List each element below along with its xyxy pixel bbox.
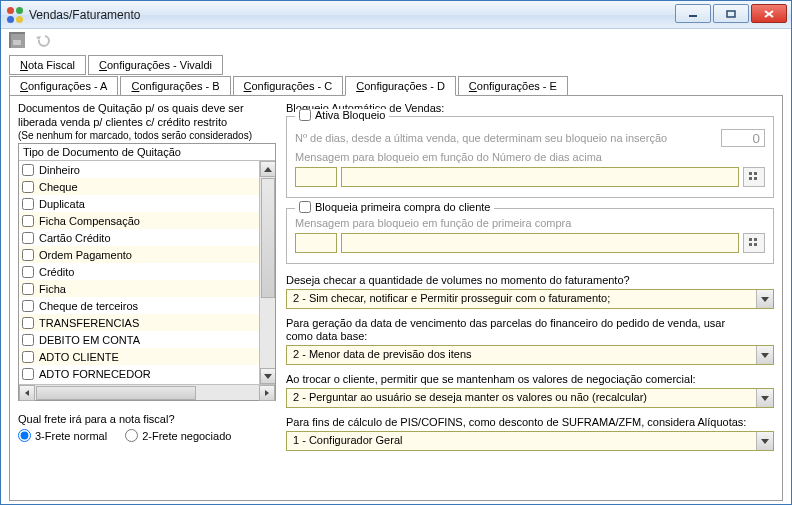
lookup-msg-primeira-button[interactable] <box>743 233 765 253</box>
svg-rect-12 <box>754 238 757 241</box>
input-num-dias[interactable] <box>721 129 765 147</box>
chevron-down-icon[interactable] <box>756 290 773 308</box>
svg-rect-14 <box>754 243 757 246</box>
q-pis: Para fins de cálculo de PIS/COFINS, como… <box>286 416 774 428</box>
list-item-label: Duplicata <box>39 198 85 210</box>
list-item-checkbox[interactable] <box>22 266 34 278</box>
combo-trocar[interactable]: 2 - Perguntar ao usuário se deseja mante… <box>286 388 774 408</box>
list-item[interactable]: ADTO CLIENTE <box>19 348 259 365</box>
doc-quitacao-list-header[interactable]: Tipo de Documento de Quitação <box>19 144 275 161</box>
list-item[interactable]: Ordem Pagamento <box>19 246 259 263</box>
radio-frete-negociado-label: 2-Frete negociado <box>142 430 231 442</box>
radio-frete-negociado-input[interactable] <box>125 429 138 442</box>
list-item[interactable]: Duplicata <box>19 195 259 212</box>
list-item[interactable]: Dinheiro <box>19 161 259 178</box>
list-item[interactable]: Cheque de terceiros <box>19 297 259 314</box>
radio-frete-normal[interactable]: 3-Frete normal <box>18 429 107 442</box>
save-icon[interactable] <box>9 32 25 48</box>
input-msg-primeira-text[interactable] <box>341 233 739 253</box>
combo-pis[interactable]: 1 - Configurador Geral <box>286 431 774 451</box>
svg-rect-1 <box>727 11 735 17</box>
hscroll-thumb[interactable] <box>36 386 196 400</box>
tab-config-c[interactable]: Configurações - C <box>233 76 344 96</box>
list-item-label: Cheque <box>39 181 78 193</box>
svg-rect-7 <box>749 172 752 175</box>
list-item-label: Ordem Pagamento <box>39 249 132 261</box>
list-item-checkbox[interactable] <box>22 232 34 244</box>
list-item-checkbox[interactable] <box>22 181 34 193</box>
chevron-down-icon[interactable] <box>756 389 773 407</box>
combo-volumes[interactable]: 2 - Sim checar, notificar e Permitir pro… <box>286 289 774 309</box>
quitacao-heading-2: liberada venda p/ clientes c/ crédito re… <box>18 116 276 128</box>
list-vscrollbar[interactable] <box>259 161 275 384</box>
chevron-down-icon[interactable] <box>756 432 773 450</box>
list-item-checkbox[interactable] <box>22 164 34 176</box>
list-item-checkbox[interactable] <box>22 368 34 380</box>
list-item[interactable]: Cheque <box>19 178 259 195</box>
list-item[interactable]: Cartão Crédito <box>19 229 259 246</box>
svg-marker-6 <box>265 390 269 396</box>
list-item-checkbox[interactable] <box>22 334 34 346</box>
app-icon <box>7 7 23 23</box>
list-item[interactable]: DEBITO EM CONTA <box>19 331 259 348</box>
svg-rect-10 <box>754 177 757 180</box>
list-hscrollbar[interactable] <box>19 384 275 400</box>
scroll-down-icon[interactable] <box>260 368 275 384</box>
input-msg-dias-code[interactable] <box>295 167 337 187</box>
doc-quitacao-list[interactable]: Tipo de Documento de Quitação DinheiroCh… <box>18 143 276 401</box>
list-item-label: Ficha Compensação <box>39 215 140 227</box>
list-item-label: ADTO FORNECEDOR <box>39 368 151 380</box>
tab-row-2: Configurações - A Configurações - B Conf… <box>9 76 783 96</box>
list-item-checkbox[interactable] <box>22 300 34 312</box>
list-item-checkbox[interactable] <box>22 283 34 295</box>
chevron-down-icon[interactable] <box>756 346 773 364</box>
minimize-button[interactable] <box>675 4 711 23</box>
tab-config-e[interactable]: Configurações - E <box>458 76 568 96</box>
tab-nota-fiscal[interactable]: Nota Fiscal <box>9 55 86 75</box>
scroll-left-icon[interactable] <box>19 385 35 401</box>
frete-question: Qual frete irá para a nota fiscal? <box>18 413 276 425</box>
input-msg-dias-text[interactable] <box>341 167 739 187</box>
tab-config-a[interactable]: Configurações - A <box>9 76 118 96</box>
list-item-checkbox[interactable] <box>22 215 34 227</box>
list-item-label: DEBITO EM CONTA <box>39 334 140 346</box>
list-item-checkbox[interactable] <box>22 317 34 329</box>
checkbox-ativa-bloqueio[interactable] <box>299 109 311 121</box>
label-num-dias: Nº de dias, desde a última venda, que de… <box>295 132 715 144</box>
tab-config-vivaldi[interactable]: Configurações - Vivaldi <box>88 55 223 75</box>
list-item-checkbox[interactable] <box>22 249 34 261</box>
list-item[interactable]: TRANSFERENCIAS <box>19 314 259 331</box>
list-item[interactable]: Ficha Compensação <box>19 212 259 229</box>
titlebar[interactable]: Vendas/Faturamento <box>1 1 791 29</box>
svg-rect-8 <box>754 172 757 175</box>
lookup-msg-dias-button[interactable] <box>743 167 765 187</box>
label-ativa-bloqueio: Ativa Bloqueio <box>315 109 385 121</box>
list-item-checkbox[interactable] <box>22 351 34 363</box>
maximize-button[interactable] <box>713 4 749 23</box>
scroll-thumb[interactable] <box>261 178 275 298</box>
scroll-up-icon[interactable] <box>260 161 275 177</box>
q-vencimento-2: como data base: <box>286 330 774 342</box>
radio-frete-negociado[interactable]: 2-Frete negociado <box>125 429 231 442</box>
checkbox-bloqueia-primeira[interactable] <box>299 201 311 213</box>
label-msg-dias: Mensagem para bloqueio em função do Núme… <box>295 151 765 163</box>
window-frame: Vendas/Faturamento Nota Fiscal Configura… <box>0 0 792 505</box>
close-button[interactable] <box>751 4 787 23</box>
scroll-right-icon[interactable] <box>259 385 275 401</box>
svg-marker-4 <box>36 36 41 40</box>
lookup-icon <box>747 170 761 184</box>
quitacao-heading-1: Documentos de Quitação p/ os quais deve … <box>18 102 276 114</box>
radio-frete-normal-input[interactable] <box>18 429 31 442</box>
tab-panel-config-d: Documentos de Quitação p/ os quais deve … <box>9 95 783 501</box>
list-item-checkbox[interactable] <box>22 198 34 210</box>
input-msg-primeira-code[interactable] <box>295 233 337 253</box>
list-item-label: Cartão Crédito <box>39 232 111 244</box>
tab-config-b[interactable]: Configurações - B <box>120 76 230 96</box>
list-item[interactable]: Crédito <box>19 263 259 280</box>
list-item[interactable]: ADTO FORNECEDOR <box>19 365 259 382</box>
undo-icon[interactable] <box>35 32 51 48</box>
list-item[interactable]: Ficha <box>19 280 259 297</box>
combo-pis-value: 1 - Configurador Geral <box>287 432 756 450</box>
combo-vencimento[interactable]: 2 - Menor data de previsão dos itens <box>286 345 774 365</box>
tab-config-d[interactable]: Configurações - D <box>345 76 456 96</box>
